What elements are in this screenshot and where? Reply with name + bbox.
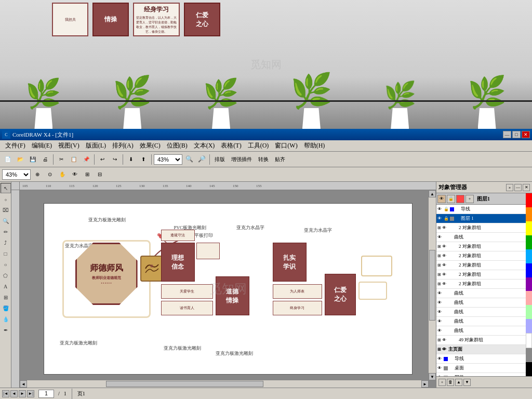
export-button[interactable]: ⬆ [138, 154, 149, 165]
menu-bitmap[interactable]: 位图(B) [164, 140, 191, 151]
freehand-tool[interactable]: ✏ [1, 227, 11, 237]
color-red[interactable] [526, 193, 532, 207]
delete-layer-button[interactable]: 🗑 [447, 379, 454, 386]
layer-item-1[interactable]: 👁 🔒 图层 1 [436, 214, 532, 223]
convert-button[interactable]: 转换 [256, 154, 271, 165]
layer-item-curve4[interactable]: 👁 曲线 [436, 308, 532, 317]
layer-item-mainpage[interactable]: ⊞ 👁 主页面 [436, 345, 532, 354]
layer-item-group4[interactable]: ⊞ 👁 2 对象群组 [436, 261, 532, 270]
layer-item-group49[interactable]: ⊞ 👁 49 对象群组 [436, 336, 532, 345]
ellipse-tool[interactable]: ○ [1, 259, 11, 270]
table-tool[interactable]: ⊞ [1, 292, 11, 302]
panel-close-button[interactable]: ✕ [523, 184, 530, 191]
layer-item-guide2[interactable]: 👁 导线 [436, 354, 532, 364]
layer-item-guide[interactable]: 👁 🔒 导线 [436, 205, 532, 214]
plugin-button[interactable]: 增强插件 [229, 154, 255, 165]
open-button[interactable]: 📂 [15, 154, 26, 165]
icon-lock[interactable]: 🔒 [447, 195, 455, 203]
menu-layout[interactable]: 版面(L) [83, 140, 109, 151]
typeset-button[interactable]: 排版 [212, 154, 228, 165]
color-lightblue[interactable] [526, 319, 532, 333]
move-up-button[interactable]: ▲ [455, 379, 462, 386]
node-tool[interactable]: ⬦ [1, 194, 11, 204]
scroll-down-button[interactable]: ▼ [429, 373, 436, 380]
scroll-track-h[interactable] [27, 380, 421, 388]
icon-eye[interactable]: 👁 [437, 195, 446, 203]
panel-settings-button[interactable]: — [514, 184, 522, 191]
save-button[interactable]: 💾 [27, 154, 38, 165]
zoom-actual-button[interactable]: ⊙ [44, 169, 56, 180]
pan-button[interactable]: ✋ [57, 169, 68, 180]
text-tool[interactable]: A [1, 281, 11, 291]
import-button[interactable]: ⬇ [125, 154, 137, 165]
color-gray[interactable] [526, 348, 532, 362]
fill-tool[interactable]: 🪣 [1, 303, 11, 313]
color-blue[interactable] [526, 263, 532, 277]
maximize-button[interactable]: □ [512, 131, 521, 138]
scrollbar-horizontal[interactable]: ◄ ► [20, 380, 429, 388]
color-green[interactable] [526, 235, 532, 249]
scroll-up-button[interactable]: ▲ [429, 190, 436, 197]
menu-arrange[interactable]: 排列(A) [109, 140, 137, 151]
color-cyan[interactable] [526, 249, 532, 263]
zoom-select[interactable]: 43%25%50%75%100% [154, 154, 182, 165]
panel-expand-button[interactable]: » [506, 184, 513, 191]
layer-item-curve5[interactable]: 👁 曲线 [436, 317, 532, 326]
layer-item-group5[interactable]: ⊞ 👁 2 对象群组 [436, 270, 532, 280]
snap-grid-button[interactable]: ⊟ [94, 169, 105, 180]
outline-tool[interactable]: ✒ [1, 325, 11, 335]
menu-file[interactable]: 文件(F) [2, 140, 29, 151]
zoom-out-button[interactable]: 🔍 [183, 154, 195, 165]
layer-item-group6[interactable]: ⊞ 👁 2 对象群组 [436, 280, 532, 289]
paste-button[interactable]: 📌 [81, 154, 92, 165]
redo-button[interactable]: ↪ [109, 154, 121, 165]
copy-button[interactable]: 📋 [68, 154, 79, 165]
layer-item-group2[interactable]: ⊞ 👁 2 对象群组 [436, 242, 532, 251]
smart-draw-tool[interactable]: ⤴ [1, 237, 11, 248]
layer-item-curve1[interactable]: 👁 曲线 [436, 233, 532, 242]
zoom-in-button[interactable]: 🔎 [196, 154, 207, 165]
first-page-button[interactable]: |◄ [2, 390, 9, 397]
new-button[interactable]: 📄 [2, 154, 14, 165]
menu-window[interactable]: 窗口(W) [272, 140, 300, 151]
menu-text[interactable]: 文本(X) [191, 140, 218, 151]
color-purple[interactable] [526, 277, 532, 291]
close-button[interactable]: ✕ [522, 131, 530, 138]
select-tool[interactable]: ↖ [1, 183, 11, 193]
menu-edit[interactable]: 编辑(E) [29, 140, 55, 151]
menu-table[interactable]: 表格(T) [218, 140, 244, 151]
view-button[interactable]: 👁 [69, 169, 81, 180]
page-input[interactable] [38, 390, 54, 398]
zoom-tool[interactable]: 🔍 [1, 216, 11, 226]
icon-add-layer[interactable]: + [466, 195, 474, 203]
move-down-button[interactable]: ▼ [463, 379, 471, 386]
undo-button[interactable]: ↩ [97, 154, 108, 165]
layer-item-desktop[interactable]: 👁 桌面 [436, 364, 532, 373]
scroll-thumb-h[interactable] [106, 381, 264, 387]
zoom-select2[interactable]: 43%25%50%75%100% [2, 169, 31, 180]
add-layer-button[interactable]: + [438, 379, 446, 386]
layer-item-curve3[interactable]: 👁 曲线 [436, 298, 532, 308]
minimize-button[interactable]: — [503, 131, 511, 138]
color-yellow[interactable] [526, 221, 532, 235]
next-page-button[interactable]: ► [19, 390, 26, 397]
menu-effects[interactable]: 效果(C) [137, 140, 164, 151]
scroll-thumb-v[interactable] [429, 250, 435, 320]
scroll-right-button[interactable]: ► [421, 380, 429, 388]
layer-item-curve2[interactable]: 👁 曲线 [436, 289, 532, 298]
snap-button[interactable]: 贴齐 [272, 154, 288, 165]
layer-item-group1[interactable]: ⊞ 👁 2 对象群组 [436, 223, 532, 233]
menu-view[interactable]: 视图(V) [55, 140, 83, 151]
color-black[interactable] [526, 362, 532, 376]
layer-item-group3[interactable]: ⊞ 👁 2 对象群组 [436, 251, 532, 261]
layer-item-curve6[interactable]: 👁 曲线 [436, 326, 532, 336]
canvas-area[interactable]: 105 110 115 120 125 130 135 140 145 150 … [11, 182, 436, 388]
color-pink[interactable] [526, 291, 532, 305]
color-orange[interactable] [526, 207, 532, 221]
polygon-tool[interactable]: ⬠ [1, 270, 11, 281]
menu-tools[interactable]: 工具(O) [245, 140, 272, 151]
canvas-document[interactable]: 亚克力板激光雕刻 亚克力水晶字 PVC板激光雕刻 画面为UV平板打印 亚克力水晶… [20, 190, 436, 388]
zoom-fit-button[interactable]: ⊕ [32, 169, 43, 180]
color-white[interactable] [526, 333, 532, 348]
crop-tool[interactable]: ⌧ [1, 205, 11, 215]
